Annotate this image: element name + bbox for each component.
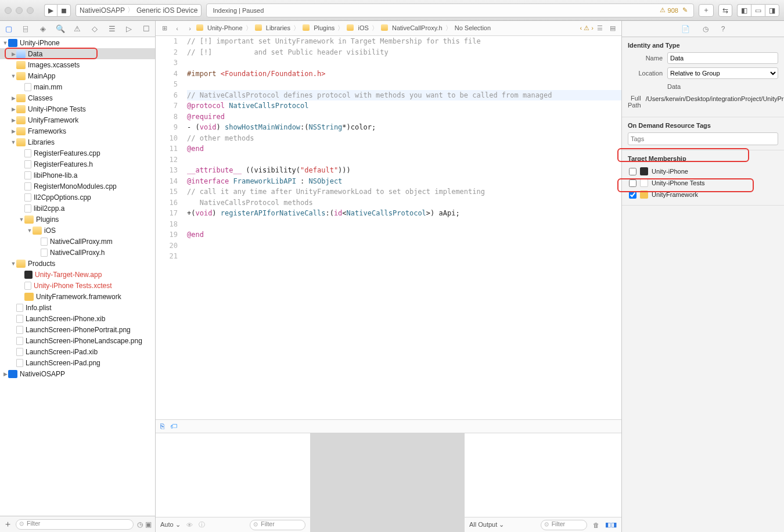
identity-title: Identity and Type xyxy=(628,42,778,49)
tm-checkbox[interactable] xyxy=(629,179,636,187)
navigator-tabs[interactable]: ▢ ⌸ ◈ 🔍 ⚠ ◇ ☰ ▷ ☐ xyxy=(0,21,155,37)
tree-item[interactable]: LaunchScreen-iPad.png xyxy=(0,357,155,368)
tab-symbol-icon[interactable]: ◈ xyxy=(38,24,48,33)
tm-row[interactable]: Unity-iPhone xyxy=(628,166,778,177)
tree-item[interactable]: ▼Products xyxy=(0,258,155,269)
name-field[interactable] xyxy=(667,52,778,64)
print-desc-icon[interactable]: ⓘ xyxy=(199,520,205,529)
tree-item[interactable]: Unity-Target-New.app xyxy=(0,269,155,280)
nav-fwd-icon[interactable]: › xyxy=(184,25,196,32)
tree-item[interactable]: LaunchScreen-iPad.xib xyxy=(0,346,155,357)
tree-item[interactable]: libiPhone-lib.a xyxy=(0,170,155,181)
window-controls[interactable] xyxy=(5,7,34,14)
odr-title: On Demand Resource Tags xyxy=(628,122,778,129)
recent-filter-icon[interactable]: ◷ xyxy=(137,520,143,529)
tree-item[interactable]: ▼Libraries xyxy=(0,136,155,148)
tree-item[interactable]: Il2CppOptions.cpp xyxy=(0,192,155,203)
console-view[interactable]: All Output ⌄ Filter 🗑 ◧◨ xyxy=(465,433,621,532)
tree-item[interactable]: ▼iOS xyxy=(0,225,155,236)
scheme-selector[interactable]: NativeiOSAPP 〉 Generic iOS Device xyxy=(75,4,202,17)
warning-badge[interactable]: ⚠ 908 ✎ xyxy=(660,6,688,14)
tm-row[interactable]: UnityFramework xyxy=(628,189,778,200)
tree-item[interactable]: Images.xcassets xyxy=(0,59,155,70)
tags-field[interactable] xyxy=(628,132,778,145)
output-scope[interactable]: All Output ⌄ xyxy=(469,521,504,529)
tab-report-icon[interactable]: ☐ xyxy=(141,24,152,33)
related-items-icon[interactable]: ⊞ xyxy=(158,24,171,32)
trash-icon[interactable]: 🗑 xyxy=(593,522,599,529)
tree-item[interactable]: RegisterMonoModules.cpp xyxy=(0,181,155,192)
run-button[interactable]: ▶ xyxy=(44,4,57,17)
tree-item[interactable]: LaunchScreen-iPhone.xib xyxy=(0,313,155,324)
tm-label: Unity-iPhone xyxy=(652,168,688,175)
tree-item[interactable]: ▼MainApp xyxy=(0,70,155,81)
tree-item[interactable]: ▶Frameworks xyxy=(0,125,155,136)
tab-issue-icon[interactable]: ⚠ xyxy=(72,24,82,33)
file-inspector-icon[interactable]: 📄 xyxy=(681,25,690,33)
tree-item[interactable]: ▶Classes xyxy=(0,92,155,103)
location-select[interactable]: Relative to Group xyxy=(667,67,778,79)
tab-test-icon[interactable]: ◇ xyxy=(89,24,100,33)
breadcrumb-bar[interactable]: ⊞ ‹ › Unity-Phone 〉 Libraries 〉 Plugins … xyxy=(156,21,621,36)
tab-find-icon[interactable]: 🔍 xyxy=(55,24,66,33)
tm-checkbox[interactable] xyxy=(629,191,636,199)
tree-item[interactable]: Info.plist xyxy=(0,302,155,313)
tag-icon[interactable]: 🏷 xyxy=(170,422,177,430)
tree-item[interactable]: NativeCallProxy.h xyxy=(0,247,155,258)
tree-item[interactable]: LaunchScreen-iPhoneLandscape.png xyxy=(0,335,155,346)
variables-view[interactable]: Auto ⌄ 👁 ⓘ Filter xyxy=(156,433,310,532)
toggle-inspector[interactable]: ◨ xyxy=(765,4,779,17)
tree-item[interactable]: ▶UnityFramework xyxy=(0,114,155,125)
debug-toolbar[interactable]: ⎘ 🏷 xyxy=(156,419,621,433)
tree-item[interactable]: ▼Unity-iPhone xyxy=(0,37,155,48)
tree-item[interactable]: Unity-iPhone Tests.xctest xyxy=(0,280,155,291)
tm-checkbox[interactable] xyxy=(629,168,636,175)
toggle-debug[interactable]: ▭ xyxy=(751,4,765,17)
tree-item[interactable]: RegisterFeatures.h xyxy=(0,159,155,170)
history-inspector-icon[interactable]: ◷ xyxy=(703,25,709,33)
tree-item[interactable]: RegisterFeatures.cpp xyxy=(0,148,155,159)
quicklook-icon[interactable]: 👁 xyxy=(186,522,193,529)
nav-back-icon[interactable]: ‹ xyxy=(171,25,184,32)
tree-item[interactable]: main.mm xyxy=(0,81,155,92)
inspector-tabs[interactable]: 📄 ◷ ? xyxy=(622,21,784,37)
tree-item[interactable]: ▶Data xyxy=(0,48,155,59)
tab-project-icon[interactable]: ▢ xyxy=(3,24,14,33)
scheme-device: Generic iOS Device xyxy=(136,6,197,15)
tab-debug-icon[interactable]: ☰ xyxy=(107,24,117,33)
tree-item[interactable]: ▼Plugins xyxy=(0,214,155,225)
scheme-app: NativeiOSAPP xyxy=(80,6,125,15)
add-file-button[interactable]: ＋ xyxy=(3,519,12,530)
auto-scope[interactable]: Auto ⌄ xyxy=(160,521,181,529)
inspector-panel: 📄 ◷ ? Identity and Type Name Location Re… xyxy=(621,21,784,532)
odr-panel: On Demand Resource Tags xyxy=(622,117,784,150)
add-button[interactable]: ＋ xyxy=(699,4,714,17)
scm-filter-icon[interactable]: ▣ xyxy=(145,520,152,529)
tab-breakpoint-icon[interactable]: ▷ xyxy=(124,24,134,33)
console-filter[interactable]: Filter xyxy=(541,520,587,530)
minimap-icon[interactable]: ☰ xyxy=(594,24,606,32)
breadcrumb-path[interactable]: Unity-Phone 〉 Libraries 〉 Plugins 〉 iOS … xyxy=(196,24,491,33)
tab-source-control-icon[interactable]: ⌸ xyxy=(20,24,31,33)
tree-item[interactable]: NativeCallProxy.mm xyxy=(0,236,155,247)
filter-input[interactable]: Filter xyxy=(16,519,134,530)
project-tree[interactable]: ▼Unity-iPhone▶DataImages.xcassets▼MainAp… xyxy=(0,37,155,516)
vars-filter[interactable]: Filter xyxy=(250,520,305,530)
toggle-navigator[interactable]: ◧ xyxy=(737,4,751,17)
tree-item[interactable]: libil2cpp.a xyxy=(0,203,155,214)
tm-row[interactable]: Unity-iPhone Tests xyxy=(628,177,778,189)
status-text: Indexing | Paused xyxy=(213,7,264,14)
code-review-button[interactable]: ⇆ xyxy=(718,4,732,17)
tree-item[interactable]: UnityFramework.framework xyxy=(0,291,155,302)
panel-toggle-icon[interactable]: ◧◨ xyxy=(605,521,617,529)
stop-button[interactable]: ◼ xyxy=(57,4,71,17)
tree-item[interactable]: ▶Unity-iPhone Tests xyxy=(0,103,155,114)
adjust-editor-icon[interactable]: ▤ xyxy=(606,24,619,32)
code-editor[interactable]: 123456789101112131415161718192021 // [!]… xyxy=(156,36,621,419)
help-inspector-icon[interactable]: ? xyxy=(721,25,725,33)
tree-item[interactable]: ▶NativeiOSAPP xyxy=(0,368,155,379)
identity-panel: Identity and Type Name Location Relative… xyxy=(622,37,784,117)
issues-jump-icon[interactable]: ‹ ⚠ › xyxy=(580,24,594,32)
breakpoint-toggle-icon[interactable]: ⎘ xyxy=(160,422,164,430)
tree-item[interactable]: LaunchScreen-iPhonePortrait.png xyxy=(0,324,155,335)
